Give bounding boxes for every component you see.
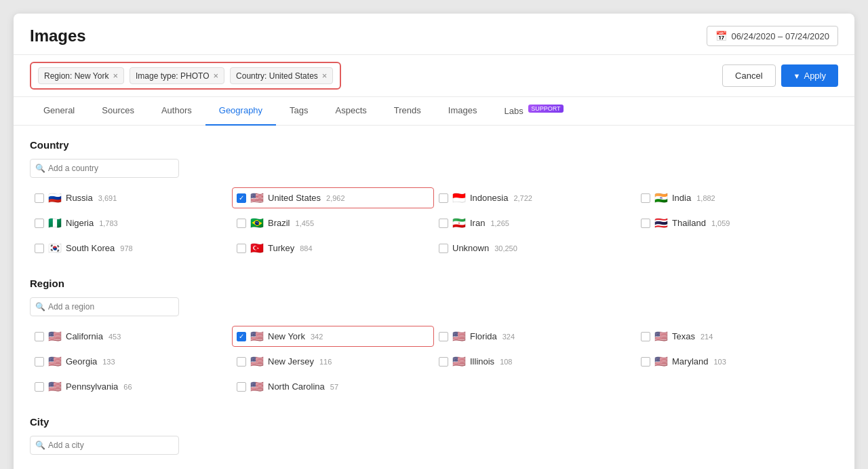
region-item-florida: 🇺🇸 Florida 324 <box>434 326 636 347</box>
tab-authors[interactable]: Authors <box>148 97 205 126</box>
country-search-wrap: 🔍 <box>30 159 179 178</box>
country-search-icon: 🔍 <box>35 164 45 173</box>
country-items-grid: 🇷🇺 Russia 3,691 🇺🇸 United States 2,962 🇮… <box>30 187 838 259</box>
page-title: Images <box>30 26 86 45</box>
country-item-indonesia: 🇮🇩 Indonesia 2,722 <box>434 187 636 208</box>
country-item-south-korea: 🇰🇷 South Korea 978 <box>30 238 232 259</box>
city-item-new-york-city: 🇺🇸 New York City 276 <box>30 464 232 469</box>
country-section: Country 🔍 🇷🇺 Russia 3,691 🇺🇸 United Stat… <box>30 139 838 259</box>
filter-tag-image-type[interactable]: Image type: PHOTO × <box>130 67 224 84</box>
filter-actions: Cancel ▼ Apply <box>722 64 838 87</box>
tab-labs[interactable]: Labs SUPPORT <box>490 97 576 126</box>
country-item-brazil: 🇧🇷 Brazil 1,455 <box>232 212 434 233</box>
country-checkbox-south-korea[interactable] <box>35 244 44 253</box>
tab-images[interactable]: Images <box>435 97 491 126</box>
tab-sources[interactable]: Sources <box>88 97 148 126</box>
tab-trends[interactable]: Trends <box>380 97 435 126</box>
region-item-georgia: 🇺🇸 Georgia 133 <box>30 351 232 372</box>
country-search-input[interactable] <box>30 159 179 178</box>
region-item-pennsylvania: 🇺🇸 Pennsylvania 66 <box>30 376 232 397</box>
region-section: Region 🔍 🇺🇸 California 453 🇺🇸 New York 3… <box>30 278 838 397</box>
tab-bar: General Sources Authors Geography Tags A… <box>14 97 854 126</box>
region-items-grid: 🇺🇸 California 453 🇺🇸 New York 342 🇺🇸 Flo… <box>30 326 838 397</box>
city-search-icon: 🔍 <box>35 440 45 450</box>
region-item-california: 🇺🇸 California 453 <box>30 326 232 347</box>
country-item-unknown: Unknown 30,250 <box>434 238 636 259</box>
cancel-button[interactable]: Cancel <box>722 64 775 87</box>
region-item-new-york: 🇺🇸 New York 342 <box>232 326 434 347</box>
country-checkbox-brazil[interactable] <box>237 219 246 228</box>
country-checkbox-nigeria[interactable] <box>35 219 44 228</box>
filter-tag-region[interactable]: Region: New York × <box>38 67 124 84</box>
region-checkbox-new-jersey[interactable] <box>237 357 246 367</box>
country-checkbox-russia[interactable] <box>35 193 44 203</box>
region-checkbox-pennsylvania[interactable] <box>35 382 44 392</box>
region-item-new-jersey: 🇺🇸 New Jersey 116 <box>232 351 434 372</box>
filter-tag-country-label: Country: United States <box>236 71 318 81</box>
filter-bar: Region: New York × Image type: PHOTO × C… <box>14 55 854 97</box>
apply-button[interactable]: ▼ Apply <box>781 64 838 87</box>
tab-aspects[interactable]: Aspects <box>322 97 380 126</box>
region-item-maryland: 🇺🇸 Maryland 103 <box>636 351 838 372</box>
country-checkbox-united-states[interactable] <box>237 193 246 203</box>
region-checkbox-illinois[interactable] <box>439 357 448 367</box>
region-checkbox-new-york[interactable] <box>237 332 246 341</box>
filter-tag-region-close[interactable]: × <box>113 71 118 81</box>
city-section-title: City <box>30 416 838 428</box>
page-header: Images 📅 06/24/2020 – 07/24/2020 <box>14 14 854 55</box>
support-badge: SUPPORT <box>528 105 563 113</box>
city-items-grid: 🇺🇸 New York City 276 🇺🇸 Albany 9 🇺🇸 Flor… <box>30 464 838 469</box>
region-item-illinois: 🇺🇸 Illinois 108 <box>434 351 636 372</box>
region-checkbox-california[interactable] <box>35 332 44 341</box>
country-checkbox-iran[interactable] <box>439 219 448 228</box>
country-section-title: Country <box>30 139 838 151</box>
tab-general[interactable]: General <box>30 97 88 126</box>
region-checkbox-maryland[interactable] <box>641 357 650 367</box>
region-item-north-carolina: 🇺🇸 North Carolina 57 <box>232 376 434 397</box>
region-search-wrap: 🔍 <box>30 297 179 316</box>
country-item-iran: 🇮🇷 Iran 1,265 <box>434 212 636 233</box>
country-item-turkey: 🇹🇷 Turkey 884 <box>232 238 434 259</box>
tab-tags[interactable]: Tags <box>276 97 321 126</box>
region-checkbox-north-carolina[interactable] <box>237 382 246 392</box>
city-search-input[interactable] <box>30 436 179 455</box>
calendar-icon: 📅 <box>715 31 727 41</box>
filter-tag-country[interactable]: Country: United States × <box>230 67 333 84</box>
region-section-title: Region <box>30 278 838 289</box>
date-range-text: 06/24/2020 – 07/24/2020 <box>731 31 829 41</box>
filter-tag-image-type-close[interactable]: × <box>213 71 218 81</box>
apply-button-label: Apply <box>804 71 826 81</box>
city-search-wrap: 🔍 <box>30 436 179 455</box>
filter-icon: ▼ <box>793 72 801 80</box>
country-item-russia: 🇷🇺 Russia 3,691 <box>30 187 232 208</box>
city-item-buffalo: 🇺🇸 Buffalo 4 <box>636 464 838 469</box>
country-checkbox-turkey[interactable] <box>237 244 246 253</box>
country-item-thailand: 🇹🇭 Thailand 1,059 <box>636 212 838 233</box>
filter-tag-region-label: Region: New York <box>44 71 108 81</box>
country-checkbox-unknown[interactable] <box>439 244 448 253</box>
geography-content: Country 🔍 🇷🇺 Russia 3,691 🇺🇸 United Stat… <box>14 126 854 469</box>
country-checkbox-india[interactable] <box>641 193 650 203</box>
city-item-albany: 🇺🇸 Albany 9 <box>232 464 434 469</box>
filter-tag-image-type-label: Image type: PHOTO <box>136 71 210 81</box>
region-search-icon: 🔍 <box>35 302 45 312</box>
region-checkbox-texas[interactable] <box>641 332 650 341</box>
country-checkbox-indonesia[interactable] <box>439 193 448 203</box>
country-item-nigeria: 🇳🇬 Nigeria 1,783 <box>30 212 232 233</box>
country-item-united-states: 🇺🇸 United States 2,962 <box>232 187 434 208</box>
region-checkbox-georgia[interactable] <box>35 357 44 367</box>
city-section: City 🔍 🇺🇸 New York City 276 🇺🇸 Albany 9 <box>30 416 838 469</box>
city-item-florida: 🇺🇸 Florida 5 <box>434 464 636 469</box>
active-filters: Region: New York × Image type: PHOTO × C… <box>30 62 341 90</box>
region-checkbox-florida[interactable] <box>439 332 448 341</box>
date-range[interactable]: 📅 06/24/2020 – 07/24/2020 <box>707 26 838 46</box>
main-card: Images 📅 06/24/2020 – 07/24/2020 Region:… <box>14 14 854 469</box>
country-checkbox-thailand[interactable] <box>641 219 650 228</box>
region-item-texas: 🇺🇸 Texas 214 <box>636 326 838 347</box>
tab-geography[interactable]: Geography <box>205 97 276 126</box>
region-search-input[interactable] <box>30 297 179 316</box>
filter-tag-country-close[interactable]: × <box>322 71 328 81</box>
country-item-india: 🇮🇳 India 1,882 <box>636 187 838 208</box>
